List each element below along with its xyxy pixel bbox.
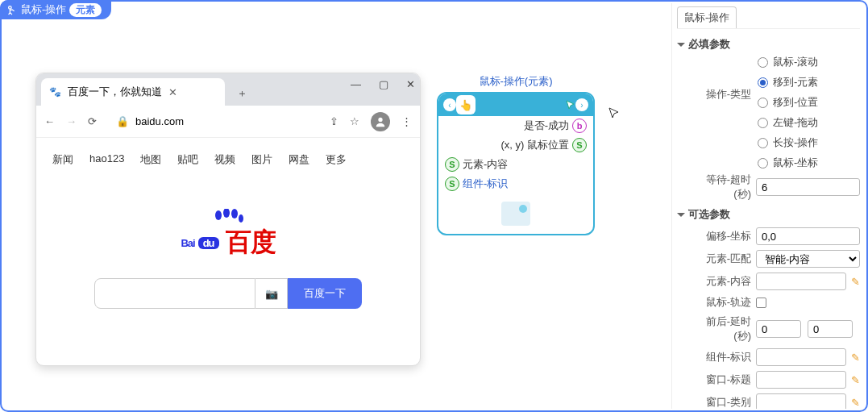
- offset-input[interactable]: [756, 227, 860, 245]
- comp-id-input[interactable]: [756, 348, 846, 366]
- chevron-left-icon[interactable]: ‹: [443, 98, 456, 111]
- star-icon[interactable]: ☆: [350, 115, 359, 127]
- close-window-icon[interactable]: ✕: [406, 78, 415, 90]
- op-type-label: 操作-类型: [693, 87, 751, 102]
- svg-point-1: [378, 117, 382, 121]
- svg-point-0: [9, 6, 12, 10]
- radio-icon: [758, 138, 768, 148]
- track-checkbox[interactable]: [756, 298, 766, 308]
- forward-icon[interactable]: →: [66, 115, 77, 127]
- flow-node[interactable]: 鼠标-操作(元素) ‹ 👆 › 是否-成功 b (x, y) 鼠标位置 S S …: [437, 74, 595, 235]
- type-s-badge: S: [445, 157, 459, 172]
- new-tab-button[interactable]: ＋: [230, 81, 254, 106]
- content-input[interactable]: [756, 273, 846, 290]
- search-button[interactable]: 百度一下: [288, 278, 362, 309]
- delay-after-input[interactable]: [808, 320, 853, 338]
- baidu-paw-icon: 🐾: [49, 86, 61, 98]
- edit-icon[interactable]: ✎: [851, 352, 860, 364]
- node-output-pos[interactable]: (x, y) 鼠标位置 S: [438, 135, 593, 155]
- lock-icon: 🔒: [116, 115, 129, 127]
- op-radio[interactable]: 鼠标-坐标: [758, 156, 860, 170]
- tab-title: 百度一下，你就知道: [68, 85, 162, 99]
- hand-click-icon: 👆: [456, 95, 476, 114]
- win-class-link[interactable]: 窗口-类别: [693, 395, 751, 409]
- properties-panel: 鼠标-操作 必填参数 操作-类型 鼠标-滚动移到-元素移到-位置左键-拖动长按-…: [671, 3, 865, 409]
- menu-icon[interactable]: ⋮: [401, 115, 412, 127]
- nav-link[interactable]: 更多: [326, 152, 347, 167]
- nav-link[interactable]: 图片: [251, 152, 272, 167]
- nav-link[interactable]: 地图: [140, 152, 161, 167]
- node-input-content[interactable]: S 元素-内容: [438, 155, 593, 174]
- radio-icon: [758, 57, 768, 68]
- win-title-link[interactable]: 窗口-标题: [693, 372, 751, 387]
- wait-input[interactable]: [756, 178, 860, 196]
- triangle-down-icon: [677, 213, 685, 217]
- nav-link[interactable]: 网盘: [289, 152, 309, 167]
- win-title-input[interactable]: [756, 371, 846, 389]
- url-field[interactable]: 🔒 baidu.com: [108, 115, 318, 127]
- edit-icon[interactable]: ✎: [851, 397, 860, 409]
- op-type-radios: 操作-类型 鼠标-滚动移到-元素移到-位置左键-拖动长按-操作鼠标-坐标: [677, 55, 860, 170]
- node-thumbnail: [438, 194, 593, 234]
- minimize-icon[interactable]: —: [351, 78, 361, 90]
- svg-point-4: [231, 209, 238, 218]
- search-input[interactable]: [94, 278, 255, 309]
- nav-link[interactable]: hao123: [89, 152, 124, 167]
- maximize-icon[interactable]: ▢: [379, 78, 388, 90]
- delay-before-input[interactable]: [756, 320, 801, 338]
- op-radio[interactable]: 鼠标-滚动: [758, 55, 860, 69]
- radio-icon: [758, 158, 768, 169]
- svg-point-3: [223, 209, 230, 218]
- stage-tag: 鼠标-操作 元素: [0, 0, 111, 19]
- image-placeholder-icon: [501, 202, 530, 226]
- stage-pill: 元素: [69, 3, 102, 17]
- svg-point-2: [215, 210, 222, 220]
- reload-icon[interactable]: ⟳: [88, 115, 97, 127]
- share-icon[interactable]: ⇪: [330, 115, 338, 127]
- back-icon[interactable]: ←: [44, 115, 55, 127]
- panel-tab[interactable]: 鼠标-操作: [677, 6, 737, 28]
- type-s-badge: S: [445, 177, 459, 191]
- chevron-right-icon[interactable]: ›: [575, 98, 588, 111]
- delay-label: 前后-延时(秒): [693, 314, 751, 343]
- match-label: 元素-匹配: [693, 252, 751, 266]
- type-b-badge: b: [572, 119, 587, 133]
- camera-icon[interactable]: 📷: [255, 278, 288, 309]
- op-radio[interactable]: 长按-操作: [758, 135, 860, 150]
- browser-window: 🐾 百度一下，你就知道 ✕ ＋ — ▢ ✕ ← → ⟳ 🔒 baidu.com …: [35, 73, 421, 366]
- logo-cn: 百度: [226, 225, 276, 260]
- optional-section[interactable]: 可选参数: [677, 204, 860, 225]
- op-radio[interactable]: 左键-拖动: [758, 115, 860, 130]
- node-output-success[interactable]: 是否-成功 b: [438, 116, 593, 135]
- type-s-badge: S: [572, 138, 587, 152]
- node-title: 鼠标-操作(元素): [437, 74, 595, 89]
- baidu-nav: 新闻hao123地图贴吧视频图片网盘更多: [36, 138, 420, 181]
- edit-icon[interactable]: ✎: [851, 276, 860, 288]
- search-bar: 📷 百度一下: [36, 278, 420, 309]
- baidu-logo: Baidu百度: [36, 209, 420, 260]
- win-class-input[interactable]: [756, 393, 846, 409]
- run-icon: [6, 4, 18, 15]
- browser-tab[interactable]: 🐾 百度一下，你就知道 ✕: [41, 78, 225, 106]
- comp-id-link[interactable]: 组件-标识: [693, 350, 751, 364]
- node-input-compid[interactable]: S 组件-标识: [438, 174, 593, 194]
- op-radio[interactable]: 移到-位置: [758, 95, 860, 110]
- op-radio[interactable]: 移到-元素: [758, 75, 860, 89]
- required-section[interactable]: 必填参数: [677, 34, 860, 55]
- wait-label: 等待-超时(秒): [693, 173, 751, 202]
- radio-icon: [758, 118, 768, 128]
- avatar[interactable]: [371, 112, 390, 131]
- match-select[interactable]: 智能-内容: [756, 250, 860, 268]
- nav-link[interactable]: 新闻: [52, 152, 73, 167]
- nav-link[interactable]: 视频: [214, 152, 235, 167]
- radio-icon: [758, 98, 768, 108]
- nav-link[interactable]: 贴吧: [177, 152, 198, 167]
- close-icon[interactable]: ✕: [168, 86, 177, 98]
- node-header[interactable]: ‹ 👆 ›: [438, 94, 593, 116]
- radio-icon: [758, 77, 768, 88]
- url-text: baidu.com: [135, 115, 184, 127]
- edit-icon[interactable]: ✎: [851, 374, 860, 386]
- pointer-icon: [608, 106, 621, 122]
- stage-label: 鼠标-操作: [21, 2, 66, 17]
- svg-point-5: [239, 214, 243, 223]
